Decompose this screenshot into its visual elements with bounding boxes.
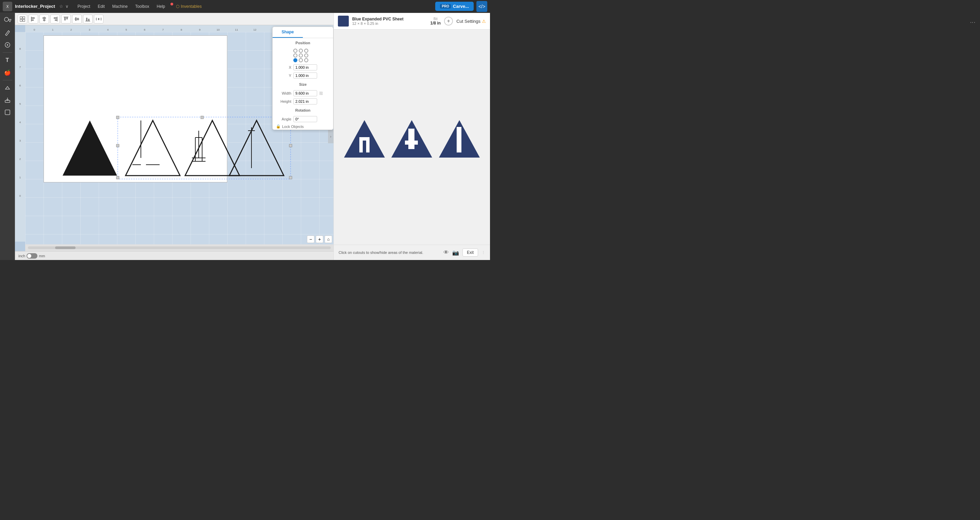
position-section: Position — [272, 38, 333, 48]
nav-toolbox[interactable]: Toolbox — [132, 3, 153, 10]
unit-inch-label: inch — [18, 254, 25, 258]
ruler-h-10: 10 — [209, 28, 227, 31]
lock-row: 🔒 Lock Objects — [272, 123, 333, 130]
align-bottom-btn[interactable] — [83, 14, 92, 24]
height-row: Height — [272, 97, 333, 105]
more-icon[interactable]: ⋮ — [482, 250, 485, 255]
pro-badge: PRO — [440, 4, 451, 8]
canvas-scrollbar[interactable] — [28, 246, 331, 249]
ruler-v-8: 8 — [15, 32, 25, 50]
width-row: Width ⛓ — [272, 89, 333, 97]
toolbar-separator — [3, 52, 12, 53]
import-tool[interactable] — [2, 95, 13, 105]
add-bit-button[interactable]: + — [444, 17, 453, 25]
text-tool[interactable]: T — [2, 55, 13, 66]
nav-machine[interactable]: Machine — [109, 3, 131, 10]
anchor-mr[interactable] — [304, 53, 308, 57]
pen-tool[interactable] — [2, 27, 13, 38]
nav-help[interactable]: Help — [153, 3, 169, 10]
svg-point-5 — [7, 44, 8, 46]
star-icon[interactable]: ☆ — [59, 4, 63, 9]
x-position-row: X — [272, 63, 333, 72]
svg-rect-56 — [360, 137, 369, 140]
align-left-btn[interactable] — [29, 14, 38, 24]
right-collapse-btn[interactable]: › — [328, 130, 334, 143]
anchor-bc[interactable] — [299, 58, 303, 62]
ruler-h-9: 9 — [191, 28, 209, 31]
svg-rect-51 — [116, 116, 119, 119]
ruler-v-3: 3 — [15, 124, 25, 142]
angle-input[interactable] — [293, 116, 317, 122]
embed-button[interactable]: </> — [476, 1, 487, 12]
shapes-tool[interactable] — [2, 15, 13, 26]
unit-toggle[interactable]: inch mm — [18, 253, 45, 259]
anchor-tr[interactable] — [304, 49, 308, 53]
width-input[interactable] — [293, 90, 317, 96]
material-size: 12 × 8 × 0.25 in — [352, 21, 427, 25]
svg-rect-28 — [86, 18, 88, 21]
zoom-out-btn[interactable]: − — [307, 235, 314, 243]
exit-button[interactable]: Exit — [463, 248, 478, 257]
nav-edit[interactable]: Edit — [94, 3, 108, 10]
distribute-h-btn[interactable] — [94, 14, 103, 24]
canvas-footer: inch mm — [15, 251, 334, 260]
ruler-h-8: 8 — [172, 28, 191, 31]
anchor-tl[interactable] — [293, 49, 298, 53]
zoom-in-btn[interactable]: + — [316, 235, 323, 243]
tab-shape[interactable]: Shape — [272, 27, 303, 38]
preview-shape-3[interactable] — [437, 115, 482, 159]
align-center-v-btn[interactable] — [72, 14, 82, 24]
svg-rect-23 — [66, 17, 68, 19]
ruler-h-7: 7 — [154, 28, 172, 31]
svg-rect-16 — [43, 17, 46, 19]
inventables-link[interactable]: ⬡ Inventables — [176, 4, 202, 9]
svg-rect-22 — [64, 17, 66, 21]
svg-rect-7 — [5, 110, 10, 114]
y-input[interactable] — [293, 73, 317, 79]
svg-rect-47 — [116, 144, 119, 147]
anchor-br[interactable] — [304, 58, 308, 62]
unit-toggle-track[interactable] — [27, 253, 37, 259]
align-center-h-btn[interactable] — [40, 14, 49, 24]
apps-tool[interactable]: 🍎 — [2, 67, 13, 78]
anchor-bl[interactable] — [293, 58, 298, 62]
svg-rect-29 — [88, 19, 89, 21]
x-input[interactable] — [293, 64, 317, 70]
box-tool[interactable] — [2, 107, 13, 118]
preview-shape-2[interactable] — [390, 115, 434, 159]
material-swatch — [338, 16, 349, 27]
anchor-ml[interactable] — [293, 53, 298, 57]
lock-aspect-icon[interactable]: ⛓ — [319, 91, 323, 95]
anchor-mc[interactable] — [299, 53, 303, 57]
lock-icon: 🔒 — [276, 124, 281, 129]
eye-icon[interactable]: 👁 — [443, 250, 449, 256]
tab-cut[interactable]: Cut — [303, 27, 333, 38]
ruler-v-7: 7 — [15, 50, 25, 69]
height-input[interactable] — [293, 99, 317, 105]
canvas-scrollthumb[interactable] — [55, 246, 76, 249]
ruler-h-2: 2 — [62, 28, 80, 31]
align-right-btn[interactable] — [50, 14, 60, 24]
anchor-tc[interactable] — [299, 49, 303, 53]
3d-tool[interactable] — [2, 83, 13, 93]
carve-button[interactable]: PRO Carve... — [435, 2, 474, 11]
chevron-icon[interactable]: ∨ — [65, 4, 69, 9]
align-grid-btn[interactable] — [18, 14, 27, 24]
toolbar-separator-2 — [3, 80, 12, 80]
ruler-v-1: 1 — [15, 161, 25, 179]
right-bottom: Click on cutouts to show/hide areas of t… — [334, 245, 490, 260]
align-top-btn[interactable] — [61, 14, 71, 24]
cut-settings-button[interactable]: Cut Settings ⚠ — [456, 19, 486, 24]
ruler-h-0: 0 — [25, 28, 43, 31]
cut-settings-label: Cut Settings — [456, 19, 480, 24]
camera-icon[interactable]: 📷 — [452, 250, 459, 256]
ruler-v-6: 6 — [15, 69, 25, 87]
ruler-h-5: 5 — [117, 28, 135, 31]
fit-canvas-btn[interactable]: ⌂ — [325, 235, 332, 243]
right-header: Blue Expanded PVC Sheet 12 × 8 × 0.25 in… — [334, 13, 490, 30]
ruler-v-4: 4 — [15, 105, 25, 124]
preview-shape-1[interactable] — [342, 115, 387, 159]
shape-triangle-outline-2 — [185, 121, 240, 176]
circle-tool[interactable] — [2, 40, 13, 50]
nav-project[interactable]: Project — [74, 3, 94, 10]
